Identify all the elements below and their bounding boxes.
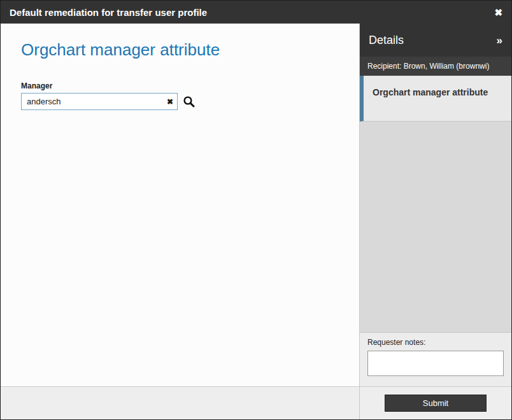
requester-notes-section: Requester notes: — [360, 332, 511, 386]
main-body: Orgchart manager attribute Manager ✖ — [1, 24, 359, 386]
main-pane: Orgchart manager attribute Manager ✖ — [1, 24, 360, 419]
details-header: Details » — [360, 24, 511, 57]
sidebar-footer: Submit — [360, 386, 511, 419]
details-title: Details — [369, 34, 404, 47]
modal-window: Default remediation for transfer user pr… — [0, 0, 512, 420]
details-sidebar: Details » Recipient: Brown, William (bro… — [360, 24, 511, 419]
manager-field-label: Manager — [21, 81, 339, 90]
recipient-strip: Recipient: Brown, William (brownwi) — [360, 57, 511, 76]
requester-notes-textarea[interactable] — [367, 351, 504, 376]
modal-content: Orgchart manager attribute Manager ✖ — [1, 24, 511, 419]
clear-icon[interactable]: ✖ — [167, 98, 173, 106]
main-footer — [1, 386, 359, 419]
sidebar-item-label: Orgchart manager attribute — [373, 87, 488, 97]
sidebar-item-orgchart-manager[interactable]: Orgchart manager attribute — [360, 76, 511, 122]
page-title: Orgchart manager attribute — [21, 40, 339, 60]
manager-field-row: ✖ — [21, 93, 339, 110]
modal-title: Default remediation for transfer user pr… — [10, 7, 207, 18]
modal-titlebar: Default remediation for transfer user pr… — [1, 1, 511, 24]
requester-notes-label: Requester notes: — [367, 338, 504, 347]
search-icon[interactable] — [183, 95, 195, 108]
chevron-right-icon[interactable]: » — [497, 35, 502, 46]
manager-input[interactable] — [21, 93, 178, 110]
submit-button[interactable]: Submit — [385, 395, 487, 412]
manager-input-wrap: ✖ — [21, 93, 178, 110]
sidebar-body — [360, 122, 511, 332]
close-icon[interactable]: ✖ — [494, 8, 502, 17]
